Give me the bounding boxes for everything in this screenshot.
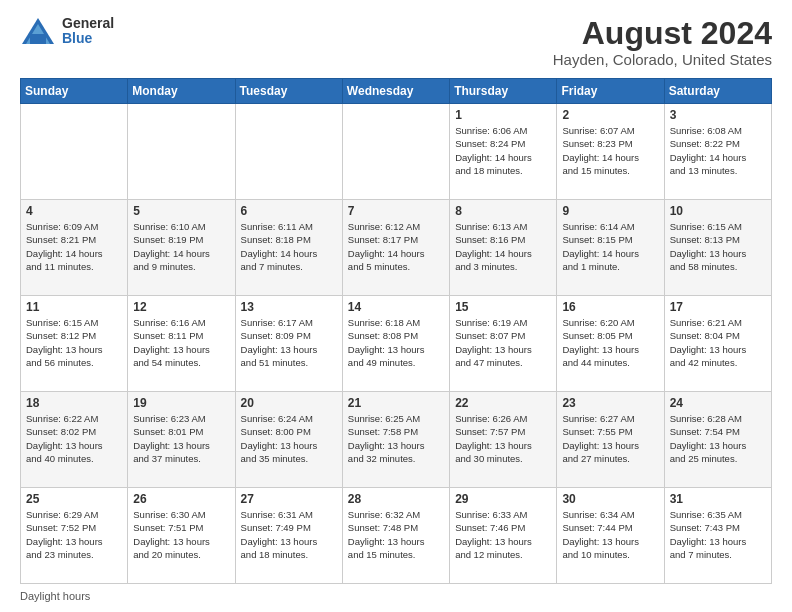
calendar-cell: 21Sunrise: 6:25 AM Sunset: 7:58 PM Dayli… (342, 392, 449, 488)
logo-general: General (62, 16, 114, 31)
day-number: 24 (670, 396, 766, 410)
day-info: Sunrise: 6:15 AM Sunset: 8:13 PM Dayligh… (670, 220, 766, 273)
calendar-cell: 10Sunrise: 6:15 AM Sunset: 8:13 PM Dayli… (664, 200, 771, 296)
day-info: Sunrise: 6:23 AM Sunset: 8:01 PM Dayligh… (133, 412, 229, 465)
title-block: August 2024 Hayden, Colorado, United Sta… (553, 16, 772, 68)
calendar-cell: 24Sunrise: 6:28 AM Sunset: 7:54 PM Dayli… (664, 392, 771, 488)
calendar-cell: 28Sunrise: 6:32 AM Sunset: 7:48 PM Dayli… (342, 488, 449, 584)
day-info: Sunrise: 6:13 AM Sunset: 8:16 PM Dayligh… (455, 220, 551, 273)
calendar-header-row: SundayMondayTuesdayWednesdayThursdayFrid… (21, 79, 772, 104)
logo-blue: Blue (62, 31, 114, 46)
day-number: 12 (133, 300, 229, 314)
calendar-cell: 6Sunrise: 6:11 AM Sunset: 8:18 PM Daylig… (235, 200, 342, 296)
calendar-header-sunday: Sunday (21, 79, 128, 104)
day-info: Sunrise: 6:17 AM Sunset: 8:09 PM Dayligh… (241, 316, 337, 369)
day-number: 4 (26, 204, 122, 218)
day-info: Sunrise: 6:30 AM Sunset: 7:51 PM Dayligh… (133, 508, 229, 561)
svg-rect-2 (30, 34, 46, 44)
calendar-cell: 13Sunrise: 6:17 AM Sunset: 8:09 PM Dayli… (235, 296, 342, 392)
footer-text: Daylight hours (20, 590, 90, 602)
day-number: 5 (133, 204, 229, 218)
calendar-cell: 27Sunrise: 6:31 AM Sunset: 7:49 PM Dayli… (235, 488, 342, 584)
calendar-cell: 14Sunrise: 6:18 AM Sunset: 8:08 PM Dayli… (342, 296, 449, 392)
day-number: 28 (348, 492, 444, 506)
calendar-header-friday: Friday (557, 79, 664, 104)
day-info: Sunrise: 6:21 AM Sunset: 8:04 PM Dayligh… (670, 316, 766, 369)
day-number: 19 (133, 396, 229, 410)
day-info: Sunrise: 6:24 AM Sunset: 8:00 PM Dayligh… (241, 412, 337, 465)
day-number: 31 (670, 492, 766, 506)
calendar-cell (21, 104, 128, 200)
day-number: 22 (455, 396, 551, 410)
calendar-week-1: 1Sunrise: 6:06 AM Sunset: 8:24 PM Daylig… (21, 104, 772, 200)
day-info: Sunrise: 6:22 AM Sunset: 8:02 PM Dayligh… (26, 412, 122, 465)
day-info: Sunrise: 6:33 AM Sunset: 7:46 PM Dayligh… (455, 508, 551, 561)
day-number: 15 (455, 300, 551, 314)
day-info: Sunrise: 6:28 AM Sunset: 7:54 PM Dayligh… (670, 412, 766, 465)
calendar-cell: 18Sunrise: 6:22 AM Sunset: 8:02 PM Dayli… (21, 392, 128, 488)
calendar-cell: 30Sunrise: 6:34 AM Sunset: 7:44 PM Dayli… (557, 488, 664, 584)
day-info: Sunrise: 6:10 AM Sunset: 8:19 PM Dayligh… (133, 220, 229, 273)
calendar-header-saturday: Saturday (664, 79, 771, 104)
day-number: 16 (562, 300, 658, 314)
day-info: Sunrise: 6:14 AM Sunset: 8:15 PM Dayligh… (562, 220, 658, 273)
calendar-header-wednesday: Wednesday (342, 79, 449, 104)
day-info: Sunrise: 6:15 AM Sunset: 8:12 PM Dayligh… (26, 316, 122, 369)
calendar-cell: 15Sunrise: 6:19 AM Sunset: 8:07 PM Dayli… (450, 296, 557, 392)
day-info: Sunrise: 6:18 AM Sunset: 8:08 PM Dayligh… (348, 316, 444, 369)
calendar-cell: 12Sunrise: 6:16 AM Sunset: 8:11 PM Dayli… (128, 296, 235, 392)
calendar-header-tuesday: Tuesday (235, 79, 342, 104)
calendar-week-3: 11Sunrise: 6:15 AM Sunset: 8:12 PM Dayli… (21, 296, 772, 392)
day-number: 20 (241, 396, 337, 410)
calendar-cell: 7Sunrise: 6:12 AM Sunset: 8:17 PM Daylig… (342, 200, 449, 296)
header: General Blue August 2024 Hayden, Colorad… (20, 16, 772, 68)
calendar-cell: 2Sunrise: 6:07 AM Sunset: 8:23 PM Daylig… (557, 104, 664, 200)
day-number: 14 (348, 300, 444, 314)
calendar-cell: 8Sunrise: 6:13 AM Sunset: 8:16 PM Daylig… (450, 200, 557, 296)
day-info: Sunrise: 6:07 AM Sunset: 8:23 PM Dayligh… (562, 124, 658, 177)
day-info: Sunrise: 6:09 AM Sunset: 8:21 PM Dayligh… (26, 220, 122, 273)
day-number: 13 (241, 300, 337, 314)
day-info: Sunrise: 6:08 AM Sunset: 8:22 PM Dayligh… (670, 124, 766, 177)
logo-icon (20, 16, 56, 46)
calendar-cell: 25Sunrise: 6:29 AM Sunset: 7:52 PM Dayli… (21, 488, 128, 584)
day-number: 18 (26, 396, 122, 410)
calendar-week-5: 25Sunrise: 6:29 AM Sunset: 7:52 PM Dayli… (21, 488, 772, 584)
calendar-cell: 4Sunrise: 6:09 AM Sunset: 8:21 PM Daylig… (21, 200, 128, 296)
day-number: 2 (562, 108, 658, 122)
logo-text: General Blue (62, 16, 114, 47)
calendar-cell (128, 104, 235, 200)
calendar-header-monday: Monday (128, 79, 235, 104)
logo: General Blue (20, 16, 114, 47)
footer: Daylight hours (20, 590, 772, 602)
calendar-cell: 9Sunrise: 6:14 AM Sunset: 8:15 PM Daylig… (557, 200, 664, 296)
day-info: Sunrise: 6:16 AM Sunset: 8:11 PM Dayligh… (133, 316, 229, 369)
page: General Blue August 2024 Hayden, Colorad… (0, 0, 792, 612)
day-number: 3 (670, 108, 766, 122)
calendar-week-4: 18Sunrise: 6:22 AM Sunset: 8:02 PM Dayli… (21, 392, 772, 488)
day-number: 9 (562, 204, 658, 218)
day-number: 6 (241, 204, 337, 218)
calendar-cell: 20Sunrise: 6:24 AM Sunset: 8:00 PM Dayli… (235, 392, 342, 488)
calendar-table: SundayMondayTuesdayWednesdayThursdayFrid… (20, 78, 772, 584)
day-info: Sunrise: 6:32 AM Sunset: 7:48 PM Dayligh… (348, 508, 444, 561)
calendar-cell: 22Sunrise: 6:26 AM Sunset: 7:57 PM Dayli… (450, 392, 557, 488)
calendar-cell (235, 104, 342, 200)
day-number: 23 (562, 396, 658, 410)
calendar-cell: 11Sunrise: 6:15 AM Sunset: 8:12 PM Dayli… (21, 296, 128, 392)
calendar-cell: 31Sunrise: 6:35 AM Sunset: 7:43 PM Dayli… (664, 488, 771, 584)
calendar-week-2: 4Sunrise: 6:09 AM Sunset: 8:21 PM Daylig… (21, 200, 772, 296)
calendar-cell: 26Sunrise: 6:30 AM Sunset: 7:51 PM Dayli… (128, 488, 235, 584)
sub-title: Hayden, Colorado, United States (553, 51, 772, 68)
day-info: Sunrise: 6:20 AM Sunset: 8:05 PM Dayligh… (562, 316, 658, 369)
day-number: 11 (26, 300, 122, 314)
day-info: Sunrise: 6:35 AM Sunset: 7:43 PM Dayligh… (670, 508, 766, 561)
calendar-cell: 3Sunrise: 6:08 AM Sunset: 8:22 PM Daylig… (664, 104, 771, 200)
day-number: 1 (455, 108, 551, 122)
day-info: Sunrise: 6:19 AM Sunset: 8:07 PM Dayligh… (455, 316, 551, 369)
day-info: Sunrise: 6:25 AM Sunset: 7:58 PM Dayligh… (348, 412, 444, 465)
day-info: Sunrise: 6:34 AM Sunset: 7:44 PM Dayligh… (562, 508, 658, 561)
day-info: Sunrise: 6:29 AM Sunset: 7:52 PM Dayligh… (26, 508, 122, 561)
day-number: 7 (348, 204, 444, 218)
calendar-cell: 5Sunrise: 6:10 AM Sunset: 8:19 PM Daylig… (128, 200, 235, 296)
